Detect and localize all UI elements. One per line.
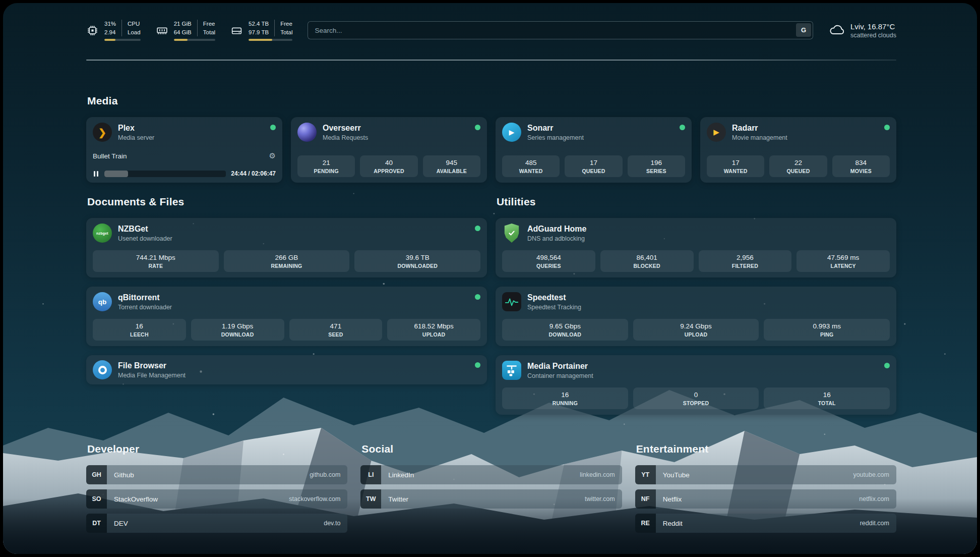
weather-widget[interactable]: Lviv, 16.87°C scattered clouds	[828, 22, 896, 39]
stat-approved: 40 APPROVED	[360, 155, 417, 177]
stat-ping: 0.993 ms PING	[764, 319, 890, 341]
app-card-portainer[interactable]: Media Portainer Container management 16 …	[496, 355, 896, 415]
settings-gear-icon[interactable]: ⚙	[269, 151, 276, 160]
app-card-nzbget[interactable]: nzbget NZBGet Usenet downloader 744.21 M…	[86, 218, 487, 277]
section-developer: Developer GH Github github.com SO StackO…	[86, 443, 347, 538]
stat-available: 945 AVAILABLE	[423, 155, 480, 177]
dev-icon: DT	[86, 514, 107, 533]
cpu-widget: 31% 2.94 CPU Load	[86, 20, 141, 41]
stat-pending: 21 PENDING	[297, 155, 355, 177]
status-dot	[475, 125, 480, 130]
section-utilities: Utilities AdGuard Home DNS and adblockin…	[496, 196, 896, 424]
adguard-icon	[502, 224, 521, 243]
media-section-title: Media	[87, 95, 896, 107]
reddit-icon: RE	[635, 514, 656, 533]
status-dot	[884, 125, 890, 130]
netflix-icon: NF	[635, 489, 656, 509]
app-name: File Browser	[118, 361, 186, 370]
disk-free: 52.4 TB	[249, 20, 269, 28]
ram-label-2: Total	[203, 28, 215, 37]
twitter-icon: TW	[360, 489, 381, 509]
app-card-qbittorrent[interactable]: qb qBittorrent Torrent downloader 16 LEE…	[86, 287, 487, 346]
stat-queries: 498,564 QUERIES	[502, 250, 595, 272]
section-social: Social LI LinkedIn linkedin.com TW Twitt…	[360, 443, 622, 514]
stat-queued: 22 QUEUED	[769, 155, 827, 177]
app-name: Plex	[118, 123, 154, 133]
disk-total: 97.9 TB	[249, 28, 269, 37]
bookmark-reddit[interactable]: RE Reddit reddit.com	[635, 514, 896, 533]
disk-label-2: Total	[280, 28, 292, 37]
search-bar: G	[308, 21, 813, 39]
qbittorrent-icon: qb	[93, 292, 112, 311]
stat-leech: 16 LEECH	[93, 319, 186, 341]
entertainment-section-title: Entertainment	[636, 443, 896, 455]
playback-progress-bar[interactable]	[104, 171, 226, 177]
ram-free: 21 GiB	[174, 20, 192, 28]
ram-usage-bar	[174, 39, 215, 41]
bookmark-twitter[interactable]: TW Twitter twitter.com	[360, 489, 622, 509]
app-subtitle: Media server	[118, 134, 154, 141]
pause-icon[interactable]	[93, 171, 99, 177]
nzbget-icon: nzbget	[93, 224, 112, 243]
top-bar: 31% 2.94 CPU Load	[86, 16, 896, 44]
app-name: Sonarr	[527, 123, 584, 133]
weather-condition: scattered clouds	[850, 32, 896, 39]
social-section-title: Social	[361, 443, 622, 455]
stat-queued: 17 QUEUED	[565, 155, 622, 177]
status-dot	[475, 226, 480, 231]
sonarr-icon: ▶	[502, 123, 521, 142]
filebrowser-icon	[93, 360, 112, 379]
app-name: Media Portainer	[527, 361, 593, 371]
app-subtitle: Torrent downloader	[118, 304, 172, 311]
overseerr-icon	[297, 123, 317, 142]
ram-icon	[156, 24, 168, 37]
plex-icon: ❯	[93, 123, 112, 142]
header-divider	[86, 60, 896, 61]
stat-upload: 9.24 Gbps UPLOAD	[633, 319, 759, 341]
bookmark-stackoverflow[interactable]: SO StackOverflow stackoverflow.com	[86, 489, 347, 509]
bookmark-netflix[interactable]: NF Netflix netflix.com	[635, 489, 896, 509]
stat-download: 1.19 Gbps DOWNLOAD	[191, 319, 284, 341]
bookmark-github[interactable]: GH Github github.com	[86, 465, 347, 484]
stackoverflow-icon: SO	[86, 489, 107, 509]
cloud-icon	[828, 23, 845, 38]
stat-blocked: 86,401 BLOCKED	[600, 250, 694, 272]
bookmark-dev[interactable]: DT DEV dev.to	[86, 514, 347, 533]
now-playing-title: Bullet Train	[93, 152, 127, 160]
app-card-speedtest[interactable]: Speedtest Speedtest Tracking 9.65 Gbps D…	[496, 287, 896, 346]
stat-running: 16 RUNNING	[502, 387, 628, 409]
ram-label-1: Free	[203, 20, 215, 28]
app-name: Speedtest	[527, 293, 581, 302]
app-subtitle: Container management	[527, 372, 593, 379]
app-card-sonarr[interactable]: ▶ Sonarr Series management 485 WANTED 17…	[496, 117, 692, 183]
app-subtitle: DNS and adblocking	[527, 235, 586, 242]
cpu-load: 2.94	[104, 28, 116, 37]
app-name: Overseerr	[323, 123, 368, 133]
stat-upload: 618.52 Mbps UPLOAD	[387, 319, 480, 341]
stat-series: 196 SERIES	[628, 155, 685, 177]
search-input[interactable]	[308, 21, 813, 39]
cpu-icon	[86, 24, 99, 37]
stat-latency: 47.569 ms LATENCY	[797, 250, 890, 272]
cpu-usage-bar	[104, 39, 141, 41]
linkedin-icon: LI	[360, 465, 381, 484]
ram-widget: 21 GiB 64 GiB Free Total	[156, 20, 215, 41]
app-name: qBittorrent	[118, 293, 172, 302]
section-entertainment: Entertainment YT YouTube youtube.com NF …	[635, 443, 896, 538]
search-engine-button[interactable]: G	[796, 23, 811, 37]
app-card-filebrowser[interactable]: File Browser Media File Management	[86, 355, 487, 384]
bookmark-youtube[interactable]: YT YouTube youtube.com	[635, 465, 896, 484]
app-subtitle: Speedtest Tracking	[527, 304, 581, 311]
portainer-icon	[502, 361, 521, 380]
github-icon: GH	[86, 465, 107, 484]
app-card-adguard[interactable]: AdGuard Home DNS and adblocking 498,564 …	[496, 218, 896, 277]
stat-stopped: 0 STOPPED	[633, 387, 759, 409]
app-name: AdGuard Home	[527, 224, 586, 234]
bookmark-linkedin[interactable]: LI LinkedIn linkedin.com	[360, 465, 622, 484]
app-card-radarr[interactable]: ▶ Radarr Movie management 17 WANTED 22 Q…	[700, 117, 896, 183]
app-card-overseerr[interactable]: Overseerr Media Requests 21 PENDING 40 A…	[291, 117, 487, 183]
app-card-plex[interactable]: ❯ Plex Media server Bullet Train ⚙	[86, 117, 282, 183]
status-dot	[884, 363, 890, 368]
stat-movies: 834 MOVIES	[832, 155, 890, 177]
playback-time: 24:44 / 02:06:47	[231, 170, 276, 177]
